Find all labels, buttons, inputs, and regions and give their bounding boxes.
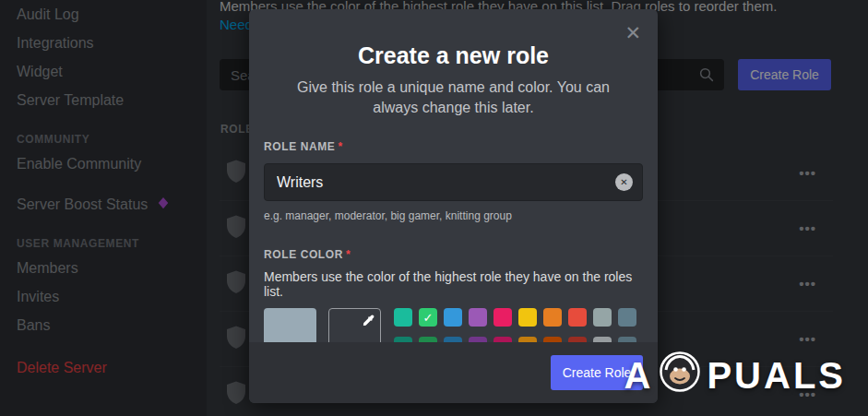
required-asterisk: *: [346, 248, 351, 261]
role-color-label-row: ROLE COLOR*: [264, 245, 643, 262]
watermark-text-suffix: PUALS: [707, 355, 846, 397]
create-role-modal: ✕ Create a new role Give this role a uni…: [249, 9, 658, 403]
role-name-field-wrap: ✕: [264, 163, 643, 201]
color-swatch[interactable]: [618, 308, 636, 327]
appuals-logo-icon: [659, 351, 701, 401]
role-name-hint: e.g. manager, moderator, big gamer, knit…: [264, 209, 643, 222]
role-name-label-row: ROLE NAME*: [264, 137, 643, 154]
close-icon[interactable]: ✕: [624, 23, 641, 42]
color-swatch-selected[interactable]: ✓: [419, 308, 437, 327]
role-color-hint: Members use the color of the highest rol…: [264, 269, 643, 299]
color-swatch[interactable]: [394, 308, 412, 327]
modal-footer: Create Role: [249, 342, 658, 403]
role-name-input[interactable]: [264, 163, 643, 201]
color-swatch[interactable]: [493, 308, 512, 327]
color-swatch[interactable]: [593, 308, 612, 327]
role-color-label: ROLE COLOR: [264, 248, 343, 261]
color-swatch[interactable]: [543, 308, 562, 327]
role-name-label: ROLE NAME: [264, 140, 335, 153]
modal-title: Create a new role: [249, 42, 658, 69]
discord-server-settings-screen: Audit Log Integrations Widget Server Tem…: [0, 0, 868, 416]
color-swatch[interactable]: [518, 308, 537, 327]
required-asterisk: *: [338, 140, 342, 153]
color-swatch[interactable]: [444, 308, 462, 327]
check-icon: ✓: [419, 308, 437, 327]
color-swatch[interactable]: [469, 308, 487, 327]
modal-subtitle: Give this role a unique name and color. …: [290, 77, 617, 118]
eyedropper-icon: [362, 314, 375, 327]
modal-body: ROLE NAME* ✕ e.g. manager, moderator, bi…: [249, 118, 658, 355]
appuals-watermark: A PUALS: [624, 351, 846, 401]
color-swatch[interactable]: [568, 308, 587, 327]
watermark-text-prefix: A: [624, 355, 654, 397]
